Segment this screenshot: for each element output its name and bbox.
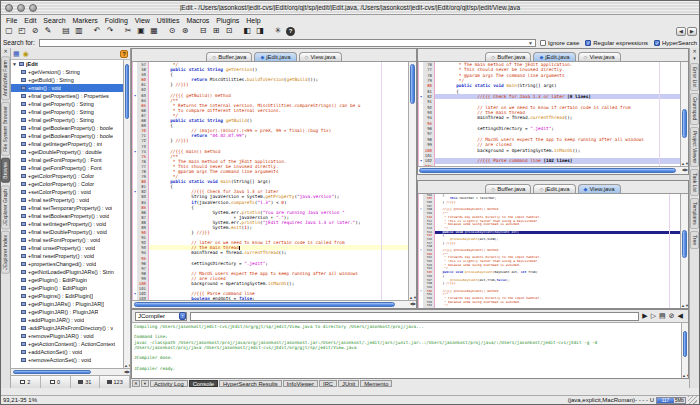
tree-item[interactable]: +getNotLoadedPluginJARs() : Strin [11,268,123,276]
dock-tab-memento[interactable]: Memento [360,380,392,387]
scrollbar-thumb[interactable] [682,230,687,257]
dock-tab-task-list[interactable]: Task List [690,169,699,196]
text-area[interactable]: 57 */58 public static String getVersion(… [132,62,408,300]
dock-tab-file-system-browser[interactable]: File System Browser [1,102,10,156]
dock-tab-infoviewer[interactable]: InfoViewer [283,380,318,387]
scrollbar-arrows[interactable]: ◀▶ [410,302,416,306]
split-vertical-icon[interactable]: ⊡ [224,26,234,37]
tree-item[interactable]: +getPlugin() : EditPlugin [11,284,123,292]
tree-item[interactable]: +removePluginJAR() : void [11,332,123,340]
buffer-tab-view-java[interactable]: ◇View.java [299,52,342,61]
menu-item-edit[interactable]: Edit [24,17,36,24]
buffer-tab-jedit-java[interactable]: ◆jEdit.java [533,52,575,61]
buffer-tab-jedit-java[interactable]: ◇jEdit.java [533,184,575,193]
tree-item[interactable]: +final getProperty() : String [11,116,123,124]
console-command-input[interactable] [190,312,639,321]
run-to-buffer-icon[interactable]: ▷ [651,312,656,320]
buffer-tab-buffer-java[interactable]: ◇Buffer.java [206,52,252,61]
tree-item[interactable]: +final getBooleanProperty() : boole [11,132,123,140]
cut-icon[interactable]: ✂ [123,26,133,37]
horizontal-scrollbar[interactable]: ◀▶ [418,166,688,174]
tree-item[interactable]: +final getProperty() : String [11,100,123,108]
tree-horizontal-scrollbar[interactable]: ◀▶ [11,368,130,375]
tree-item[interactable]: +final setIntegerProperty() : void [11,220,123,228]
menu-item-file[interactable]: File [6,17,17,24]
menu-item-macros[interactable]: Macros [186,17,209,24]
dock-tab-tree[interactable]: Tree [690,231,699,249]
filter-button-0[interactable]: 0 [41,376,71,388]
page-setup-icon[interactable]: ▥ [74,26,84,37]
scrollbar-arrows[interactable]: ▲▼ [682,374,688,378]
vertical-scrollbar[interactable]: ▲▼ [680,194,688,308]
dock-tab-error-list[interactable]: Error List [690,63,699,91]
tree-item[interactable]: +getDoubleProperty() : double [11,148,123,156]
class-view-icon[interactable]: ▦ [13,49,20,59]
scrollbar-thumb[interactable] [683,331,687,357]
tree-item[interactable]: +addPluginJAR() : void [11,316,123,324]
dock-tab-console[interactable]: Console [189,380,218,387]
checkbox[interactable]: ✓ [585,40,591,46]
paste-icon[interactable]: ▦ [149,26,159,37]
text-area[interactable]: 76 * The main method of the jEdit applic… [418,62,680,166]
forward-button[interactable]: ▶ [687,27,697,36]
tree-item[interactable]: +final getProperties() : Properties [11,92,123,100]
save-output-icon[interactable]: ▤ [659,312,666,320]
checkbox[interactable]: ✓ [654,40,660,46]
find-next-icon[interactable]: ⊛ [180,26,190,37]
console-vertical-scrollbar[interactable]: ▲▼ [681,323,688,378]
scrollbar-thumb[interactable] [134,302,395,307]
scrollbar-thumb[interactable] [419,168,676,173]
print-icon[interactable]: ▤ [61,26,71,37]
redo-icon[interactable]: ↷ [105,26,115,37]
menu-item-plugins[interactable]: Plugins [216,17,239,24]
scrollbar-arrows[interactable]: ▲▼ [681,304,688,308]
tree-item[interactable]: +final setDoubleProperty() : void [11,228,123,236]
checkbox[interactable] [540,40,546,46]
tree-item[interactable]: +getColorProperty() : Color [11,172,123,180]
tree-item[interactable]: +final setBooleanProperty() : void [11,212,123,220]
tree-vertical-scrollbar[interactable]: ▲▼ [123,60,130,368]
menu-item-help[interactable]: Help [246,17,260,24]
help-icon[interactable]: ? [286,27,295,36]
close-dock-icon[interactable]: ✕ [132,380,140,387]
vertical-scrollbar[interactable]: ▲▼ [680,62,688,166]
split-horizontal-icon[interactable]: ⊞ [211,26,221,37]
open-file-icon[interactable]: ◰ [17,26,27,37]
scrollbar-arrows[interactable]: ◀▶ [682,168,688,172]
dock-menu-icon[interactable]: ▾ [141,380,149,387]
search-input[interactable]: ▼ [39,39,536,47]
tree-root[interactable]: ▼jEdit [11,60,123,68]
plugin-manager-icon[interactable]: ✳ [273,26,283,37]
scrollbar-thumb[interactable] [410,64,415,104]
tree-item[interactable]: +final setTemporaryProperty() : voi [11,204,123,212]
back-button[interactable]: ◀ [676,27,686,36]
horizontal-scrollbar[interactable]: ◀▶ [132,300,416,308]
code-line[interactable]: 534 */ [419,304,680,308]
edit-pencil-icon[interactable]: ✎ [43,26,53,37]
tree-item[interactable]: -addPluginJARsFromDirectory() : v [11,324,123,332]
scrollbar-thumb[interactable] [682,109,687,138]
tree-item[interactable]: +final getProperty() : String [11,108,123,116]
tree-item[interactable]: +final getFontProperty() : Font [11,164,123,172]
buffer-tab-buffer-java[interactable]: ◇Buffer.java [485,184,531,193]
close-dock-icon[interactable]: ✕ [3,48,7,55]
unsplit-icon[interactable]: ⊟ [198,26,208,37]
dock-tab-antviz-ant-farm[interactable]: AntViz/Ant Farm [1,56,10,100]
stop-icon[interactable]: ⊘ [669,312,675,320]
memory-gauge[interactable]: 117 5Mb [656,397,686,404]
menu-item-view[interactable]: View [135,17,150,24]
resize-grip[interactable] [688,396,697,404]
dock-tab-jexplorer-graph[interactable]: JExplorer Graph [1,185,10,229]
tree-item[interactable]: +getColorProperty() : Color [11,180,123,188]
new-file-icon[interactable]: ▢ [4,26,14,37]
vertical-scrollbar[interactable]: ▲▼ [408,62,416,300]
next-buffer-icon[interactable]: ◨ [255,26,265,37]
tree-item[interactable]: +final setFontProperty() : void [11,236,123,244]
tree-item[interactable]: +getPlugin() : EditPlugin [11,276,123,284]
find-icon[interactable]: ⊙ [167,26,177,37]
scrollbar-thumb[interactable] [13,370,91,374]
menu-item-markers[interactable]: Markers [73,17,98,24]
menu-item-utilities[interactable]: Utilities [157,17,180,24]
chevron-down-icon[interactable]: ▼ [528,40,533,46]
buffer-tab-jedit-java[interactable]: ◆jEdit.java [254,52,296,61]
